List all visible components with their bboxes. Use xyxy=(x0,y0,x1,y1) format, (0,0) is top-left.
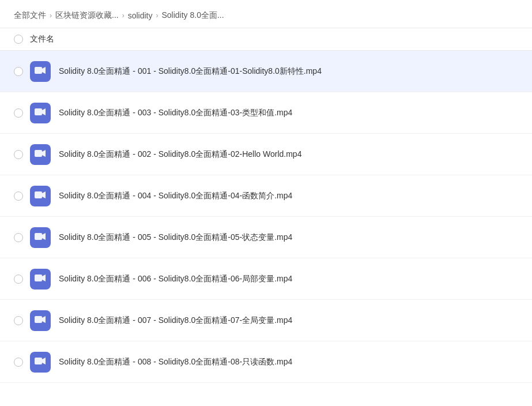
file-name-label: Solidity 8.0全面精通 - 008 - Solidity8.0全面精通… xyxy=(59,357,518,367)
file-type-icon xyxy=(30,61,51,82)
svg-marker-9 xyxy=(42,233,46,240)
file-name-label: Solidity 8.0全面精通 - 006 - Solidity8.0全面精通… xyxy=(59,274,518,284)
file-row[interactable]: Solidity 8.0全面精通 - 006 - Solidity8.0全面精通… xyxy=(0,258,532,300)
radio-circle[interactable] xyxy=(14,358,23,367)
file-type-icon xyxy=(30,103,51,123)
svg-rect-2 xyxy=(35,108,42,115)
file-checkbox[interactable] xyxy=(14,358,30,367)
breadcrumb-solidity[interactable]: solidity xyxy=(128,11,153,20)
file-row[interactable]: Solidity 8.0全面精通 - 003 - Solidity8.0全面精通… xyxy=(0,92,532,134)
file-type-icon xyxy=(30,144,51,165)
svg-rect-10 xyxy=(35,275,42,281)
file-name-label: Solidity 8.0全面精通 - 005 - Solidity8.0全面精通… xyxy=(59,232,518,243)
video-play-icon xyxy=(35,149,46,160)
video-play-icon xyxy=(35,315,46,326)
header-radio[interactable] xyxy=(14,35,23,44)
svg-rect-12 xyxy=(35,316,42,323)
breadcrumb-sep-2: › xyxy=(156,12,158,20)
svg-rect-14 xyxy=(35,358,42,364)
radio-circle[interactable] xyxy=(14,150,23,159)
file-name-label: Solidity 8.0全面精通 - 007 - Solidity8.0全面精通… xyxy=(59,315,518,326)
file-name-label: Solidity 8.0全面精通 - 003 - Solidity8.0全面精通… xyxy=(59,108,518,118)
file-checkbox[interactable] xyxy=(14,150,30,159)
file-row[interactable]: Solidity 8.0全面精通 - 001 - Solidity8.0全面精通… xyxy=(0,51,532,92)
file-row[interactable]: Solidity 8.0全面精通 - 005 - Solidity8.0全面精通… xyxy=(0,217,532,258)
file-checkbox[interactable] xyxy=(14,108,30,118)
svg-marker-7 xyxy=(42,191,46,198)
file-type-icon xyxy=(30,310,51,331)
file-row[interactable]: Solidity 8.0全面精通 - 004 - Solidity8.0全面精通… xyxy=(0,175,532,217)
file-checkbox[interactable] xyxy=(14,233,30,242)
svg-rect-6 xyxy=(35,191,42,198)
svg-marker-1 xyxy=(42,67,46,74)
radio-circle[interactable] xyxy=(14,233,23,242)
radio-circle[interactable] xyxy=(14,67,23,76)
radio-circle[interactable] xyxy=(14,191,23,201)
file-type-icon xyxy=(30,227,51,248)
file-name-label: Solidity 8.0全面精通 - 004 - Solidity8.0全面精通… xyxy=(59,191,518,201)
file-checkbox[interactable] xyxy=(14,67,30,76)
file-checkbox[interactable] xyxy=(14,275,30,284)
video-play-icon xyxy=(35,356,46,367)
file-row[interactable]: Solidity 8.0全面精通 - 002 - Solidity8.0全面精通… xyxy=(0,134,532,175)
column-header: 文件名 xyxy=(0,28,532,51)
video-play-icon xyxy=(35,190,46,201)
svg-rect-8 xyxy=(35,233,42,240)
filename-column-label: 文件名 xyxy=(30,34,54,44)
radio-circle[interactable] xyxy=(14,275,23,284)
file-list: Solidity 8.0全面精通 - 001 - Solidity8.0全面精通… xyxy=(0,51,532,383)
video-play-icon xyxy=(35,66,46,77)
breadcrumb-root[interactable]: 全部文件 xyxy=(14,10,46,21)
breadcrumb-current: Solidity 8.0全面... xyxy=(161,10,224,21)
breadcrumb: 全部文件 › 区块链资源收藏... › solidity › Solidity … xyxy=(0,0,532,28)
file-name-label: Solidity 8.0全面精通 - 002 - Solidity8.0全面精通… xyxy=(59,149,518,160)
svg-rect-4 xyxy=(35,150,42,157)
file-type-icon xyxy=(30,352,51,373)
video-play-icon xyxy=(35,273,46,284)
radio-circle[interactable] xyxy=(14,316,23,325)
svg-rect-0 xyxy=(35,67,42,74)
svg-marker-11 xyxy=(42,275,46,281)
file-type-icon xyxy=(30,269,51,290)
file-row[interactable]: Solidity 8.0全面精通 - 007 - Solidity8.0全面精通… xyxy=(0,300,532,341)
breadcrumb-sep-1: › xyxy=(122,12,124,20)
file-name-label: Solidity 8.0全面精通 - 001 - Solidity8.0全面精通… xyxy=(59,66,518,77)
file-checkbox[interactable] xyxy=(14,191,30,201)
svg-marker-15 xyxy=(42,358,46,364)
svg-marker-5 xyxy=(42,150,46,157)
svg-marker-3 xyxy=(42,108,46,115)
radio-circle[interactable] xyxy=(14,108,23,118)
breadcrumb-sep-0: › xyxy=(50,12,52,20)
file-type-icon xyxy=(30,186,51,206)
video-play-icon xyxy=(35,232,46,243)
breadcrumb-blockchain[interactable]: 区块链资源收藏... xyxy=(55,10,119,21)
video-play-icon xyxy=(35,107,46,118)
file-row[interactable]: Solidity 8.0全面精通 - 008 - Solidity8.0全面精通… xyxy=(0,341,532,383)
file-checkbox[interactable] xyxy=(14,316,30,325)
header-checkbox-area xyxy=(14,35,30,44)
svg-marker-13 xyxy=(42,316,46,323)
